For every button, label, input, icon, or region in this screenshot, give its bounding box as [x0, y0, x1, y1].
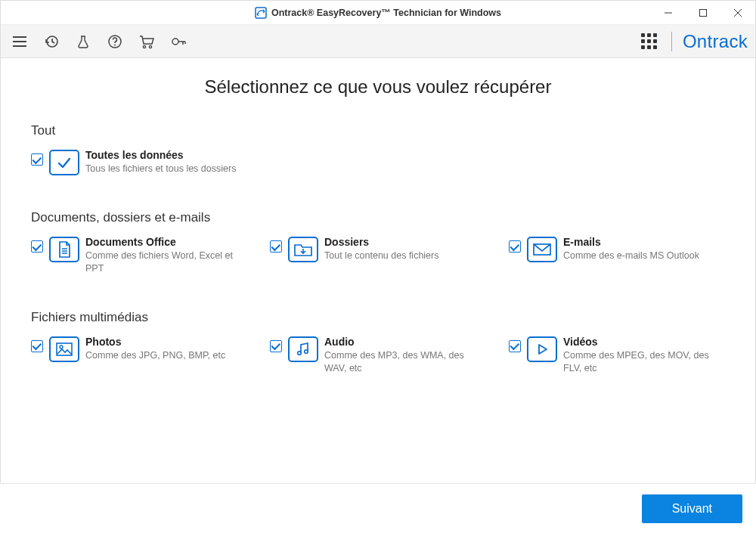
option-folders-desc: Tout le contenu des fichiers — [324, 249, 438, 262]
titlebar: Ontrack® EasyRecovery™ Technician for Wi… — [1, 1, 755, 25]
option-emails[interactable]: E-mails Comme des e-mails MS Outlook — [509, 236, 725, 275]
brand-logo: Ontrack — [683, 31, 748, 52]
menu-button[interactable] — [8, 30, 31, 53]
svg-point-11 — [143, 45, 145, 48]
audio-icon — [288, 336, 318, 362]
option-all-label: Toutes les données — [85, 149, 236, 161]
folder-icon — [288, 237, 318, 262]
option-office-desc: Comme des fichiers Word, Excel et PPT — [85, 249, 237, 275]
option-office[interactable]: Documents Office Comme des fichiers Word… — [31, 236, 247, 275]
checkbox-folders[interactable] — [270, 240, 282, 253]
next-button[interactable]: Suivant — [642, 494, 742, 523]
option-all-desc: Tous les fichiers et tous les dossiers — [85, 163, 236, 175]
option-photos-label: Photos — [85, 336, 225, 348]
window-title: Ontrack® EasyRecovery™ Technician for Wi… — [271, 8, 501, 18]
svg-rect-18 — [57, 343, 72, 355]
option-all-data[interactable]: Toutes les données Tous les fichiers et … — [31, 149, 258, 175]
video-icon — [527, 336, 557, 362]
option-folders[interactable]: Dossiers Tout le contenu des fichiers — [270, 236, 486, 275]
lab-icon[interactable] — [72, 30, 94, 53]
section-media-heading: Fichiers multimédias — [31, 310, 725, 325]
option-photos[interactable]: Photos Comme des JPG, PNG, BMP, etc — [31, 336, 247, 375]
option-videos-label: Vidéos — [563, 336, 714, 348]
option-audio-desc: Comme des MP3, des WMA, des WAV, etc — [324, 349, 476, 375]
cart-icon[interactable] — [135, 30, 158, 53]
section-docs-heading: Documents, dossiers et e-mails — [31, 210, 725, 225]
svg-point-12 — [149, 45, 151, 48]
main-content: Sélectionnez ce que vous voulez récupére… — [1, 58, 755, 375]
checkbox-photos[interactable] — [31, 340, 43, 352]
option-folders-label: Dossiers — [324, 236, 438, 248]
key-icon[interactable] — [167, 30, 190, 53]
svg-marker-22 — [539, 345, 547, 354]
toolbar: Ontrack — [1, 25, 755, 58]
svg-point-21 — [305, 349, 308, 353]
option-emails-label: E-mails — [563, 236, 699, 248]
svg-point-19 — [60, 346, 63, 349]
section-all-heading: Tout — [31, 123, 725, 138]
option-audio[interactable]: Audio Comme des MP3, des WMA, des WAV, e… — [270, 336, 486, 375]
footer: Suivant — [0, 483, 756, 533]
minimize-button[interactable] — [651, 1, 686, 25]
checkbox-emails[interactable] — [509, 240, 521, 253]
maximize-button[interactable] — [686, 1, 720, 25]
email-icon — [527, 237, 557, 262]
checkbox-office[interactable] — [31, 240, 43, 253]
document-icon — [49, 237, 79, 262]
checkbox-all[interactable] — [31, 153, 43, 166]
svg-point-13 — [172, 39, 178, 45]
option-audio-label: Audio — [324, 336, 476, 348]
apps-grid-icon[interactable] — [638, 30, 661, 53]
option-photos-desc: Comme des JPG, PNG, BMP, etc — [85, 349, 225, 362]
page-title: Sélectionnez ce que vous voulez récupére… — [31, 76, 725, 98]
all-data-icon — [49, 150, 79, 175]
option-videos[interactable]: Vidéos Comme des MPEG, des MOV, des FLV,… — [509, 336, 725, 375]
svg-point-10 — [114, 44, 116, 45]
checkbox-audio[interactable] — [270, 340, 282, 352]
close-button[interactable] — [720, 1, 755, 25]
help-icon[interactable] — [104, 30, 126, 53]
checkbox-videos[interactable] — [509, 340, 521, 352]
app-icon — [255, 7, 267, 19]
brand-divider — [671, 32, 672, 51]
option-office-label: Documents Office — [85, 236, 237, 248]
option-emails-desc: Comme des e-mails MS Outlook — [563, 249, 699, 262]
history-icon[interactable] — [40, 30, 63, 53]
option-videos-desc: Comme des MPEG, des MOV, des FLV, etc — [563, 349, 714, 375]
svg-rect-2 — [700, 10, 707, 17]
svg-rect-0 — [256, 8, 266, 18]
svg-point-20 — [298, 351, 302, 355]
photo-icon — [49, 336, 79, 362]
